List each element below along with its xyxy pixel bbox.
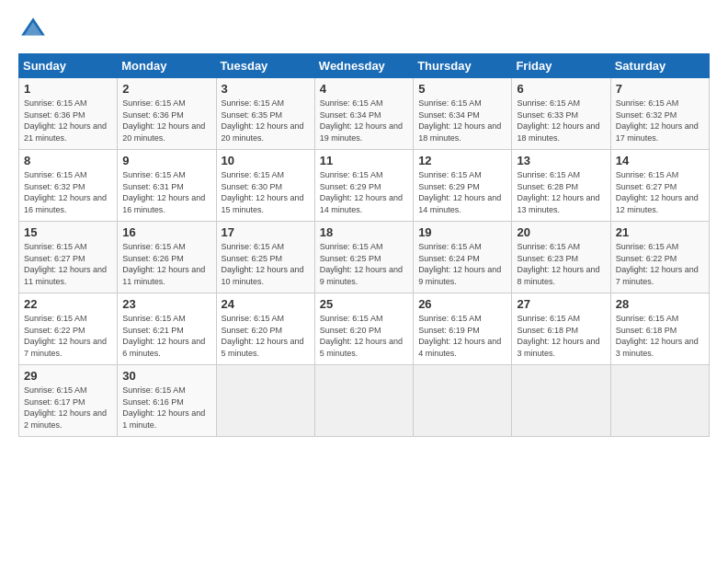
day-info: Sunrise: 6:15 AM Sunset: 6:22 PM Dayligh… [616, 241, 704, 287]
header-sunday: Sunday [19, 54, 118, 78]
calendar-cell: 2 Sunrise: 6:15 AM Sunset: 6:36 PM Dayli… [118, 78, 216, 150]
calendar-cell: 25 Sunrise: 6:15 AM Sunset: 6:20 PM Dayl… [314, 293, 413, 365]
day-number: 28 [616, 297, 704, 311]
day-info: Sunrise: 6:15 AM Sunset: 6:31 PM Dayligh… [122, 169, 210, 215]
calendar-cell: 10 Sunrise: 6:15 AM Sunset: 6:30 PM Dayl… [216, 150, 314, 222]
calendar-cell: 4 Sunrise: 6:15 AM Sunset: 6:34 PM Dayli… [314, 78, 413, 150]
header-friday: Friday [512, 54, 610, 78]
calendar-cell: 29 Sunrise: 6:15 AM Sunset: 6:17 PM Dayl… [19, 365, 118, 437]
header-saturday: Saturday [610, 54, 709, 78]
day-info: Sunrise: 6:15 AM Sunset: 6:34 PM Dayligh… [320, 98, 408, 144]
calendar-cell: 20 Sunrise: 6:15 AM Sunset: 6:23 PM Dayl… [512, 222, 610, 293]
calendar-cell: 21 Sunrise: 6:15 AM Sunset: 6:22 PM Dayl… [610, 222, 709, 293]
day-number: 22 [24, 297, 112, 311]
calendar-cell: 6 Sunrise: 6:15 AM Sunset: 6:33 PM Dayli… [512, 78, 610, 150]
calendar-cell [414, 365, 512, 437]
calendar-cell: 9 Sunrise: 6:15 AM Sunset: 6:31 PM Dayli… [118, 150, 216, 222]
calendar-cell: 26 Sunrise: 6:15 AM Sunset: 6:19 PM Dayl… [414, 293, 512, 365]
day-number: 17 [222, 225, 310, 239]
day-info: Sunrise: 6:15 AM Sunset: 6:27 PM Dayligh… [616, 169, 704, 215]
calendar-cell: 19 Sunrise: 6:15 AM Sunset: 6:24 PM Dayl… [414, 222, 512, 293]
day-info: Sunrise: 6:15 AM Sunset: 6:29 PM Dayligh… [418, 169, 506, 215]
day-info: Sunrise: 6:15 AM Sunset: 6:25 PM Dayligh… [320, 241, 408, 287]
day-info: Sunrise: 6:15 AM Sunset: 6:35 PM Dayligh… [222, 98, 310, 144]
day-info: Sunrise: 6:15 AM Sunset: 6:24 PM Dayligh… [418, 241, 506, 287]
calendar-cell [512, 365, 610, 437]
day-info: Sunrise: 6:15 AM Sunset: 6:18 PM Dayligh… [517, 313, 605, 359]
day-number: 15 [24, 225, 112, 239]
day-info: Sunrise: 6:15 AM Sunset: 6:36 PM Dayligh… [24, 98, 112, 144]
calendar-week-row: 15 Sunrise: 6:15 AM Sunset: 6:27 PM Dayl… [19, 222, 710, 293]
logo-icon [18, 15, 48, 44]
calendar-cell: 5 Sunrise: 6:15 AM Sunset: 6:34 PM Dayli… [414, 78, 512, 150]
day-info: Sunrise: 6:15 AM Sunset: 6:27 PM Dayligh… [24, 241, 112, 287]
day-number: 5 [418, 82, 506, 96]
day-info: Sunrise: 6:15 AM Sunset: 6:16 PM Dayligh… [122, 385, 210, 431]
day-info: Sunrise: 6:15 AM Sunset: 6:18 PM Dayligh… [616, 313, 704, 359]
calendar-week-row: 29 Sunrise: 6:15 AM Sunset: 6:17 PM Dayl… [19, 365, 710, 437]
day-info: Sunrise: 6:15 AM Sunset: 6:17 PM Dayligh… [24, 385, 112, 431]
calendar-cell: 11 Sunrise: 6:15 AM Sunset: 6:29 PM Dayl… [314, 150, 413, 222]
calendar-table: Sunday Monday Tuesday Wednesday Thursday… [18, 53, 710, 437]
day-info: Sunrise: 6:15 AM Sunset: 6:23 PM Dayligh… [517, 241, 605, 287]
day-number: 2 [122, 82, 210, 96]
day-number: 4 [320, 82, 408, 96]
day-number: 30 [122, 369, 210, 383]
calendar-cell: 27 Sunrise: 6:15 AM Sunset: 6:18 PM Dayl… [512, 293, 610, 365]
calendar-cell: 28 Sunrise: 6:15 AM Sunset: 6:18 PM Dayl… [610, 293, 709, 365]
day-info: Sunrise: 6:15 AM Sunset: 6:30 PM Dayligh… [222, 169, 310, 215]
header-tuesday: Tuesday [216, 54, 314, 78]
calendar-cell [216, 365, 314, 437]
day-info: Sunrise: 6:15 AM Sunset: 6:19 PM Dayligh… [418, 313, 506, 359]
day-info: Sunrise: 6:15 AM Sunset: 6:25 PM Dayligh… [222, 241, 310, 287]
day-number: 25 [320, 297, 408, 311]
day-info: Sunrise: 6:15 AM Sunset: 6:21 PM Dayligh… [122, 313, 210, 359]
day-number: 7 [616, 82, 704, 96]
day-number: 23 [122, 297, 210, 311]
day-number: 3 [222, 82, 310, 96]
calendar-cell: 22 Sunrise: 6:15 AM Sunset: 6:22 PM Dayl… [19, 293, 118, 365]
calendar-cell: 23 Sunrise: 6:15 AM Sunset: 6:21 PM Dayl… [118, 293, 216, 365]
calendar-cell: 16 Sunrise: 6:15 AM Sunset: 6:26 PM Dayl… [118, 222, 216, 293]
day-info: Sunrise: 6:15 AM Sunset: 6:26 PM Dayligh… [122, 241, 210, 287]
header-monday: Monday [118, 54, 216, 78]
day-number: 20 [517, 225, 605, 239]
day-number: 16 [122, 225, 210, 239]
weekday-header-row: Sunday Monday Tuesday Wednesday Thursday… [19, 54, 710, 78]
day-info: Sunrise: 6:15 AM Sunset: 6:28 PM Dayligh… [517, 169, 605, 215]
calendar-cell: 15 Sunrise: 6:15 AM Sunset: 6:27 PM Dayl… [19, 222, 118, 293]
calendar-cell: 30 Sunrise: 6:15 AM Sunset: 6:16 PM Dayl… [118, 365, 216, 437]
day-info: Sunrise: 6:15 AM Sunset: 6:32 PM Dayligh… [616, 98, 704, 144]
day-info: Sunrise: 6:15 AM Sunset: 6:32 PM Dayligh… [24, 169, 112, 215]
calendar-cell: 7 Sunrise: 6:15 AM Sunset: 6:32 PM Dayli… [610, 78, 709, 150]
day-number: 13 [517, 154, 605, 167]
day-info: Sunrise: 6:15 AM Sunset: 6:20 PM Dayligh… [222, 313, 310, 359]
calendar-week-row: 22 Sunrise: 6:15 AM Sunset: 6:22 PM Dayl… [19, 293, 710, 365]
day-number: 26 [418, 297, 506, 311]
day-number: 9 [122, 154, 210, 167]
day-info: Sunrise: 6:15 AM Sunset: 6:33 PM Dayligh… [517, 98, 605, 144]
calendar-cell: 8 Sunrise: 6:15 AM Sunset: 6:32 PM Dayli… [19, 150, 118, 222]
day-info: Sunrise: 6:15 AM Sunset: 6:29 PM Dayligh… [320, 169, 408, 215]
day-number: 8 [24, 154, 112, 167]
calendar-week-row: 8 Sunrise: 6:15 AM Sunset: 6:32 PM Dayli… [19, 150, 710, 222]
day-number: 29 [24, 369, 112, 383]
calendar-cell: 13 Sunrise: 6:15 AM Sunset: 6:28 PM Dayl… [512, 150, 610, 222]
day-info: Sunrise: 6:15 AM Sunset: 6:36 PM Dayligh… [122, 98, 210, 144]
header [18, 15, 710, 44]
day-info: Sunrise: 6:15 AM Sunset: 6:20 PM Dayligh… [320, 313, 408, 359]
calendar-cell [610, 365, 709, 437]
calendar-cell: 17 Sunrise: 6:15 AM Sunset: 6:25 PM Dayl… [216, 222, 314, 293]
calendar-cell: 3 Sunrise: 6:15 AM Sunset: 6:35 PM Dayli… [216, 78, 314, 150]
calendar-cell: 14 Sunrise: 6:15 AM Sunset: 6:27 PM Dayl… [610, 150, 709, 222]
day-number: 27 [517, 297, 605, 311]
header-thursday: Thursday [414, 54, 512, 78]
calendar-cell: 18 Sunrise: 6:15 AM Sunset: 6:25 PM Dayl… [314, 222, 413, 293]
day-number: 10 [222, 154, 310, 167]
calendar-cell: 1 Sunrise: 6:15 AM Sunset: 6:36 PM Dayli… [19, 78, 118, 150]
day-info: Sunrise: 6:15 AM Sunset: 6:34 PM Dayligh… [418, 98, 506, 144]
day-number: 18 [320, 225, 408, 239]
header-wednesday: Wednesday [314, 54, 413, 78]
calendar-cell: 24 Sunrise: 6:15 AM Sunset: 6:20 PM Dayl… [216, 293, 314, 365]
logo [18, 15, 53, 44]
